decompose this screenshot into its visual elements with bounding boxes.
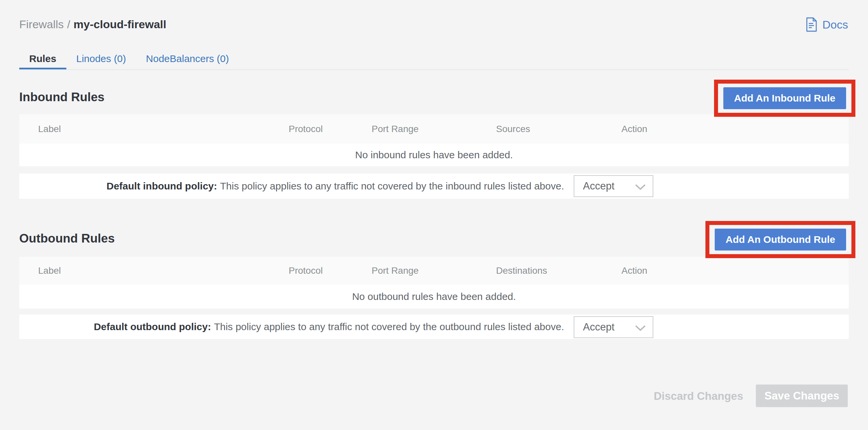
outbound-column-destinations: Destinations [496, 257, 547, 285]
tab-bar: Rules Linodes (0) NodeBalancers (0) [19, 51, 239, 70]
outbound-default-policy-value: Accept [583, 321, 615, 333]
firewall-detail-page: Firewalls/my-cloud-firewall Docs Rules L… [0, 0, 868, 430]
inbound-table-header: Label Protocol Port Range Sources Action [19, 114, 849, 144]
tab-nodebalancers[interactable]: NodeBalancers (0) [136, 51, 239, 70]
inbound-column-sources: Sources [496, 114, 530, 144]
inbound-column-action: Action [621, 114, 647, 144]
tab-linodes[interactable]: Linodes (0) [66, 51, 136, 70]
inbound-default-policy-row: Default inbound policy: This policy appl… [19, 174, 849, 199]
breadcrumb-current-firewall: my-cloud-firewall [74, 18, 166, 31]
inbound-default-policy-select[interactable]: Accept [574, 175, 653, 197]
outbound-column-port-range: Port Range [372, 257, 419, 285]
outbound-column-protocol: Protocol [289, 257, 323, 285]
docs-link[interactable]: Docs [805, 17, 848, 32]
outbound-empty-message: No outbound rules have been added. [352, 291, 516, 302]
outbound-column-action: Action [621, 257, 647, 285]
docs-link-label: Docs [823, 18, 848, 31]
inbound-rules-heading: Inbound Rules [19, 90, 104, 104]
annotation-highlight-inbound: Add An Inbound Rule [714, 80, 856, 117]
add-inbound-rule-button[interactable]: Add An Inbound Rule [723, 87, 846, 109]
outbound-empty-state: No outbound rules have been added. [19, 285, 849, 309]
chevron-down-icon [635, 325, 646, 332]
chevron-down-icon [635, 184, 646, 190]
save-changes-button[interactable]: Save Changes [756, 385, 848, 407]
outbound-default-policy-row: Default outbound policy: This policy app… [19, 314, 849, 339]
outbound-rules-heading: Outbound Rules [19, 232, 115, 246]
inbound-default-policy-label: Default inbound policy: [106, 181, 217, 192]
annotation-highlight-outbound: Add An Outbound Rule [705, 221, 856, 258]
outbound-table-header: Label Protocol Port Range Destinations A… [19, 257, 849, 285]
inbound-empty-state: No inbound rules have been added. [19, 144, 849, 166]
document-icon [805, 17, 818, 32]
outbound-default-policy-text: Default outbound policy: This policy app… [94, 314, 564, 339]
breadcrumb: Firewalls/my-cloud-firewall [19, 18, 166, 31]
outbound-column-label: Label [38, 257, 61, 285]
inbound-empty-message: No inbound rules have been added. [355, 149, 513, 161]
tab-rules[interactable]: Rules [19, 51, 66, 70]
breadcrumb-separator: / [67, 18, 70, 31]
discard-changes-button[interactable]: Discard Changes [647, 385, 750, 407]
inbound-default-policy-description: This policy applies to any traffic not c… [220, 181, 564, 192]
breadcrumb-firewalls-link[interactable]: Firewalls [19, 18, 64, 31]
tab-bar-divider [19, 69, 849, 70]
inbound-column-protocol: Protocol [289, 114, 323, 144]
outbound-default-policy-label: Default outbound policy: [94, 321, 211, 333]
outbound-default-policy-description: This policy applies to any traffic not c… [214, 321, 564, 333]
add-outbound-rule-button[interactable]: Add An Outbound Rule [715, 228, 846, 250]
inbound-column-label: Label [38, 114, 61, 144]
inbound-default-policy-text: Default inbound policy: This policy appl… [106, 174, 564, 199]
inbound-default-policy-value: Accept [583, 180, 615, 192]
inbound-column-port-range: Port Range [372, 114, 419, 144]
outbound-default-policy-select[interactable]: Accept [574, 316, 653, 338]
